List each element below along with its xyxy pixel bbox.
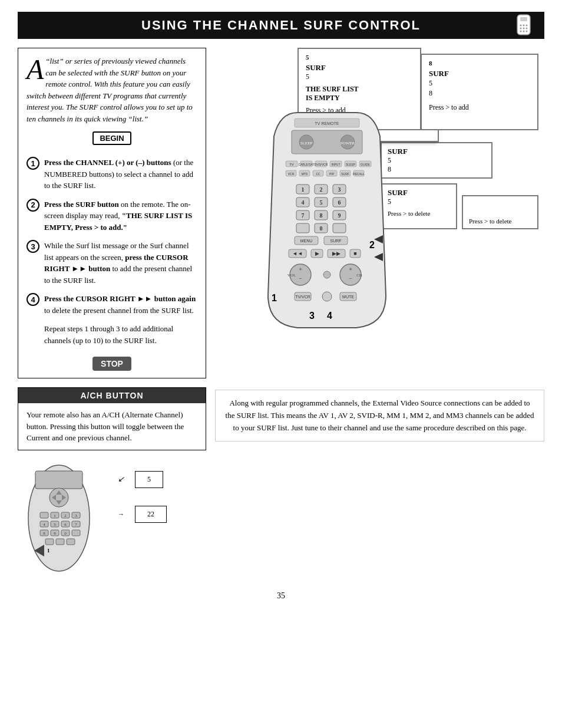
ach-title-text: A/CH Button [80,391,143,400]
svg-point-9 [520,31,522,32]
svg-text:3: 3 [75,513,77,518]
screen-delete-right: Press > to delete [462,195,538,229]
svg-text:9: 9 [54,531,56,536]
main-remote-wrapper: TV REMOTE SLEEP POWER [262,107,392,333]
screen-ch8: 8 SURF 58 Press > to add [421,54,538,130]
svg-point-5 [523,28,525,29]
svg-text:SURF: SURF [341,172,349,176]
s1-ch: 5 [306,54,413,61]
step-4-text: Press the CURSOR RIGHT ►► button again t… [44,293,197,316]
small-remote-svg: 1 2 3 4 5 6 7 8 9 0 1 [18,459,100,577]
step-2: 2 Press the SURF button on the remote. T… [27,199,197,233]
svg-point-8 [523,31,525,32]
page: Using the Channel SURF Control [0,0,562,728]
repeat-text: Repeat steps 1 through 3 to add addition… [44,323,197,346]
svg-text:9: 9 [338,212,341,219]
svg-text:5: 5 [54,522,56,527]
svg-text:SLEEP: SLEEP [346,163,356,166]
svg-text:VOL: VOL [287,273,296,278]
svg-text:4: 4 [43,522,45,527]
svg-text:−: − [349,275,352,282]
main-content: A“list” or series of previously viewed c… [18,48,544,579]
svg-text:PIP: PIP [329,172,335,176]
svg-point-116 [323,271,330,278]
ch22-box: 22 [135,506,167,523]
svg-rect-96 [296,223,309,233]
bottom-right-text: Along with regular programmed channels, … [226,398,534,432]
svg-text:TV REMOTE: TV REMOTE [315,121,339,126]
bottom-right-paragraph: Along with regular programmed channels, … [215,390,544,442]
svg-text:CABLE/SAT: CABLE/SAT [298,163,314,166]
small-remote: 1 2 3 4 5 6 7 8 9 0 1 [18,459,106,579]
svg-text:▶▶: ▶▶ [332,251,340,256]
svg-text:3: 3 [309,311,315,321]
svg-text:4: 4 [302,199,305,206]
svg-point-2 [523,25,525,27]
rdl-surf: SURF [388,188,450,197]
svg-text:8: 8 [43,531,45,536]
step-2-num: 2 [27,199,39,212]
ch5-label-row: ↙ 5 [118,471,167,488]
arrow-right-label: → [118,510,124,518]
step-3-text: While the Surf list message or the Surf … [44,240,197,286]
page-number: 35 [18,591,544,601]
drop-cap: A [27,58,44,82]
step-1: 1 Press the CHANNEL (+) or (–) buttons (… [27,157,197,192]
svg-text:6: 6 [338,199,341,206]
svg-text:GUIDE: GUIDE [361,163,371,166]
svg-text:CC: CC [316,172,320,176]
intro-text: A“list” or series of previously viewed c… [27,55,197,124]
illustration-area: 5 SURF 5 THE SURF LISTIS EMPTY Press > t… [215,48,544,378]
svg-text:POWER: POWER [340,141,355,146]
page-header: Using the Channel SURF Control [18,12,544,39]
svg-point-6 [520,28,522,29]
intro-body: “list” or series of previously viewed ch… [27,57,193,123]
s2-surf: SURF [429,69,530,78]
instructions-box: A“list” or series of previously viewed c… [18,48,206,378]
svg-text:CH: CH [356,273,362,278]
screen-surf-58: SURF 58 [381,142,492,179]
svg-text:−: − [299,275,302,282]
svg-text:+: + [299,266,302,272]
svg-point-10 [526,31,528,32]
s2-press: Press > to add [429,103,530,112]
svg-rect-1 [520,17,527,21]
svg-text:MTS: MTS [302,172,308,176]
stop-badge: STOP [92,357,131,371]
s1-msg: THE SURF LISTIS EMPTY [306,85,413,103]
svg-text:0: 0 [64,531,67,536]
bottom-left-area: 1 2 3 4 5 6 7 8 9 0 1 [18,459,206,579]
svg-rect-30 [45,539,54,545]
main-remote-svg: TV REMOTE SLEEP POWER [262,107,392,331]
channel-labels: ↙ 5 → 22 [118,459,167,523]
s2-chs: 58 [429,78,530,98]
svg-text:MUTE: MUTE [342,295,354,299]
begin-badge: BEGIN [92,131,131,145]
svg-text:VCR: VCR [288,172,295,176]
svg-text:▶: ▶ [315,251,319,256]
svg-text:■: ■ [353,251,356,256]
svg-text:SLEEP: SLEEP [300,141,313,146]
svg-rect-31 [56,539,64,545]
ach-body: Your remote also has an A/CH (Alternate … [18,403,206,450]
remote-icon [512,14,535,37]
svg-text:TV/VCR: TV/VCR [295,295,310,299]
rs1-chs: 58 [388,156,485,174]
svg-text:0: 0 [320,225,323,232]
svg-text:TV: TV [289,163,294,166]
svg-text:2: 2 [320,186,323,193]
svg-text:SURF: SURF [330,239,341,243]
svg-rect-18 [40,512,48,518]
ach-box: A/CH Button Your remote also has an A/CH… [18,387,206,450]
svg-text:2: 2 [64,513,67,518]
rdl-ch: 5 [388,197,450,206]
ch22-num: 22 [147,510,154,518]
svg-rect-29 [72,530,80,536]
s2-ch: 8 [429,60,530,67]
svg-text:5: 5 [320,199,323,206]
screen-delete-left: SURF 5 Press > to delete [381,183,457,229]
step-3: 3 While the Surf list message or the Sur… [27,240,197,286]
right-screens-group: SURF 58 SURF 5 Press > to delete [381,142,538,229]
svg-text:1: 1 [54,513,56,518]
svg-text:MENU: MENU [300,239,313,243]
